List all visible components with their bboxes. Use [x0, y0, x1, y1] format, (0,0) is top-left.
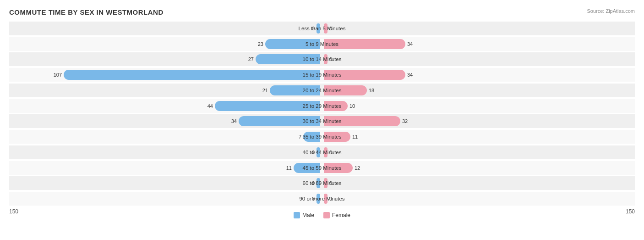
female-value: 0 [329, 150, 332, 155]
axis-right-label: 150 [626, 208, 635, 218]
bar-row: 3430 to 34 Minutes32 [9, 114, 635, 128]
bar-row: 090 or more Minutes0 [9, 192, 635, 206]
male-value: 27 [248, 56, 254, 62]
right-side: 10 [322, 99, 635, 113]
chart-title: COMMUTE TIME BY SEX IN WESTMORLAND [9, 8, 635, 16]
female-bar: 0 [324, 23, 327, 33]
left-side: 23 [9, 37, 322, 51]
female-bar: 0 [324, 54, 327, 64]
legend-female-box [323, 212, 330, 218]
left-side: 21 [9, 84, 322, 97]
bar-row: 040 to 44 Minutes0 [9, 145, 635, 159]
male-bar: 0 [317, 147, 320, 157]
right-side: 32 [322, 114, 635, 128]
male-value: 0 [312, 26, 315, 31]
bar-row: 235 to 9 Minutes34 [9, 37, 635, 51]
male-value: 34 [231, 118, 237, 124]
female-value: 34 [407, 72, 413, 78]
left-side: 44 [9, 99, 322, 113]
male-value: 107 [54, 72, 62, 78]
right-side: 34 [322, 68, 635, 82]
female-bar: 18 [324, 85, 367, 95]
male-bar: 0 [317, 23, 320, 33]
female-bar: 10 [324, 101, 348, 111]
female-value: 12 [355, 165, 360, 171]
axis-labels: 150 Male Female 150 [9, 208, 635, 218]
left-side: 107 [9, 68, 322, 82]
male-bar: 34 [239, 116, 320, 126]
bar-row: 4425 to 29 Minutes10 [9, 99, 635, 113]
female-bar: 32 [324, 116, 400, 126]
male-bar: 27 [256, 54, 320, 64]
left-side: 11 [9, 161, 322, 175]
right-side: 0 [322, 52, 635, 66]
left-side: 7 [9, 130, 322, 144]
female-bar: 34 [324, 70, 405, 80]
female-value: 0 [329, 26, 332, 31]
male-bar: 11 [294, 163, 320, 173]
left-side: 0 [9, 145, 322, 159]
bar-row: 2710 to 14 Minutes0 [9, 52, 635, 66]
male-bar: 0 [317, 194, 320, 204]
right-side: 0 [322, 192, 635, 206]
legend-male-label: Male [302, 212, 314, 218]
chart-container: COMMUTE TIME BY SEX IN WESTMORLAND Sourc… [0, 0, 644, 240]
legend-female-label: Female [332, 212, 350, 218]
right-side: 0 [322, 176, 635, 190]
bar-row: 10715 to 19 Minutes34 [9, 68, 635, 82]
female-value: 0 [329, 56, 332, 62]
legend-male-box [294, 212, 300, 218]
right-side: 12 [322, 161, 635, 175]
female-value: 32 [402, 118, 408, 124]
female-bar: 0 [324, 147, 327, 157]
left-side: 0 [9, 192, 322, 206]
bars-area: 0Less than 5 Minutes0235 to 9 Minutes342… [9, 21, 635, 207]
male-value: 0 [312, 150, 315, 155]
male-value: 23 [258, 41, 263, 47]
male-value: 11 [286, 165, 292, 171]
bar-row: 0Less than 5 Minutes0 [9, 22, 635, 35]
legend-female: Female [323, 212, 350, 218]
female-value: 34 [407, 41, 413, 47]
female-value: 0 [329, 180, 332, 186]
source-text: Source: ZipAtlas.com [587, 8, 635, 14]
left-side: 27 [9, 52, 322, 66]
female-value: 0 [329, 196, 332, 201]
male-bar: 44 [215, 101, 320, 111]
male-value: 7 [299, 134, 301, 140]
bar-row: 1145 to 59 Minutes12 [9, 161, 635, 175]
female-bar: 34 [324, 39, 405, 49]
right-side: 0 [322, 22, 635, 35]
female-bar: 12 [324, 163, 353, 173]
legend-male: Male [294, 212, 314, 218]
male-value: 44 [207, 103, 213, 109]
left-side: 34 [9, 114, 322, 128]
female-bar: 0 [324, 194, 327, 204]
male-bar: 0 [317, 178, 320, 188]
male-value: 21 [262, 88, 268, 93]
right-side: 11 [322, 130, 635, 144]
bar-row: 2120 to 24 Minutes18 [9, 84, 635, 97]
left-side: 0 [9, 176, 322, 190]
male-value: 0 [312, 180, 315, 186]
male-bar: 23 [265, 39, 320, 49]
male-value: 0 [312, 196, 315, 201]
female-value: 18 [369, 88, 374, 93]
legend: Male Female [294, 212, 350, 218]
right-side: 0 [322, 145, 635, 159]
male-bar: 107 [64, 70, 320, 80]
female-value: 10 [349, 103, 355, 109]
female-value: 11 [352, 134, 358, 140]
bar-row: 060 to 89 Minutes0 [9, 176, 635, 190]
female-bar: 0 [324, 178, 327, 188]
right-side: 34 [322, 37, 635, 51]
bar-row: 735 to 39 Minutes11 [9, 130, 635, 144]
left-side: 0 [9, 22, 322, 35]
axis-left-label: 150 [9, 208, 18, 218]
male-bar: 7 [303, 132, 320, 142]
right-side: 18 [322, 84, 635, 97]
female-bar: 11 [324, 132, 350, 142]
male-bar: 21 [270, 85, 320, 95]
